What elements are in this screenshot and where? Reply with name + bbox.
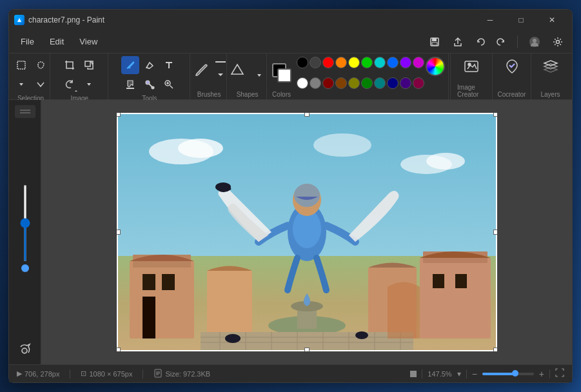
colors-row <box>272 56 444 90</box>
swatch-yellow[interactable] <box>348 57 360 68</box>
swatch-green[interactable] <box>361 57 373 68</box>
save-button[interactable] <box>426 33 444 51</box>
zoom-slider[interactable] <box>24 184 26 262</box>
share-button[interactable] <box>449 33 467 51</box>
swatch-pink[interactable] <box>413 57 424 68</box>
zoom-slider-container <box>21 121 29 336</box>
divider <box>517 35 518 48</box>
canvas-area[interactable] <box>41 100 572 364</box>
title-bar-controls: ─ □ ✕ <box>475 10 567 30</box>
swatch-white[interactable] <box>297 77 308 89</box>
canvas-size-icon: ⊡ <box>81 369 86 378</box>
image-creator-button[interactable]: Image Creator <box>450 54 492 99</box>
swatch-violet[interactable] <box>400 57 411 68</box>
menu-bar: File Edit View <box>9 30 572 54</box>
crop-button[interactable] <box>61 56 79 74</box>
swatch-black[interactable] <box>297 57 308 68</box>
app-icon <box>14 15 25 25</box>
pencil-button[interactable] <box>121 56 139 74</box>
settings-button[interactable] <box>549 33 567 51</box>
selection-drop-button[interactable] <box>12 75 30 93</box>
swatch-darkorange[interactable] <box>335 77 347 89</box>
zoom-dropdown-button[interactable]: ▾ <box>457 369 461 378</box>
swatch-red[interactable] <box>322 57 334 68</box>
selection-extra-button[interactable] <box>32 75 50 93</box>
svg-rect-26 <box>162 274 175 290</box>
cocreator-button[interactable]: Cocreator <box>492 54 531 99</box>
image-drop-button[interactable] <box>80 75 98 93</box>
color-picker-button[interactable] <box>141 75 159 93</box>
zoom-out-button[interactable]: − <box>472 369 477 379</box>
ribbon-group-colors: Colors <box>268 54 449 99</box>
selection-tools <box>12 56 50 93</box>
brush-drop-button[interactable] <box>214 69 227 81</box>
minimize-button[interactable]: ─ <box>475 10 505 30</box>
layers-button[interactable]: Layers <box>531 54 569 99</box>
zoom-in-button[interactable]: + <box>539 369 544 379</box>
zoom-button[interactable] <box>160 75 178 93</box>
fill-button[interactable] <box>121 75 139 93</box>
selection-freeform-button[interactable] <box>32 56 50 74</box>
avatar-button[interactable] <box>526 33 544 51</box>
shapes-drop-button[interactable] <box>250 66 268 84</box>
brush-options <box>214 56 227 84</box>
text-button[interactable] <box>160 56 178 74</box>
swatch-darkred[interactable] <box>322 77 334 89</box>
redo-button[interactable] <box>491 33 509 51</box>
swatch-blue[interactable] <box>387 57 399 68</box>
swatch-olive[interactable] <box>348 77 360 89</box>
undo-button[interactable] <box>472 33 490 51</box>
color-wheel[interactable] <box>426 57 445 76</box>
window-title: character7.png - Paint <box>28 15 104 24</box>
svg-rect-32 <box>207 271 252 338</box>
close-button[interactable]: ✕ <box>537 10 567 30</box>
resize-button[interactable] <box>80 56 98 74</box>
swatch-orange[interactable] <box>335 57 347 68</box>
status-bar-right: 147.5% ▾ − + <box>410 368 564 379</box>
maximize-button[interactable]: □ <box>506 10 536 30</box>
status-divider-5 <box>549 369 550 378</box>
canvas-size-status: ⊡ 1080 × 675px <box>81 369 132 378</box>
zoom-dot[interactable] <box>21 264 29 272</box>
swatches-row-1 <box>297 57 445 76</box>
swatches-row-2 <box>297 77 445 89</box>
selection-rect-button[interactable] <box>12 56 30 74</box>
swatch-darkteal[interactable] <box>374 77 386 89</box>
cursor-pos-text: 706, 278px <box>25 370 59 378</box>
swatch-darkgreen[interactable] <box>361 77 373 89</box>
zoom-bar[interactable] <box>482 373 534 375</box>
ribbon-group-tools: Tools <box>110 54 191 99</box>
color2-box[interactable] <box>277 68 291 83</box>
swatch-teal[interactable] <box>374 57 386 68</box>
svg-point-21 <box>426 153 465 170</box>
svg-point-52 <box>215 182 231 191</box>
swatches-container <box>297 57 445 89</box>
zoom-handle[interactable] <box>15 105 35 118</box>
rotate-button[interactable] <box>61 75 79 93</box>
svg-point-19 <box>178 139 223 158</box>
shapes-main-button[interactable] <box>227 56 248 84</box>
svg-rect-30 <box>433 274 444 288</box>
brush-main-button[interactable] <box>191 56 212 84</box>
fit-button[interactable] <box>555 368 564 379</box>
cocreator-icon <box>503 57 521 79</box>
menu-view[interactable]: View <box>73 34 104 49</box>
svg-rect-7 <box>17 61 25 69</box>
swatch-darkgray[interactable] <box>310 57 321 68</box>
eraser-button[interactable] <box>141 56 159 74</box>
zoom-bar-thumb[interactable] <box>512 370 518 377</box>
swatch-purple[interactable] <box>400 77 411 89</box>
swatch-gray[interactable] <box>310 77 321 89</box>
brush-type-1[interactable] <box>214 56 227 68</box>
zoom-bar-fill <box>482 373 513 375</box>
canvas-image[interactable] <box>117 113 497 351</box>
svg-point-22 <box>313 133 371 157</box>
svg-rect-31 <box>455 274 467 288</box>
left-tool-extra[interactable] <box>15 338 35 359</box>
swatch-darkpink[interactable] <box>413 77 424 89</box>
menu-file[interactable]: File <box>14 34 41 49</box>
swatch-navy[interactable] <box>387 77 399 89</box>
cursor-icon: ▶ <box>17 369 22 378</box>
color-selector <box>272 63 291 83</box>
menu-edit[interactable]: Edit <box>43 34 70 49</box>
